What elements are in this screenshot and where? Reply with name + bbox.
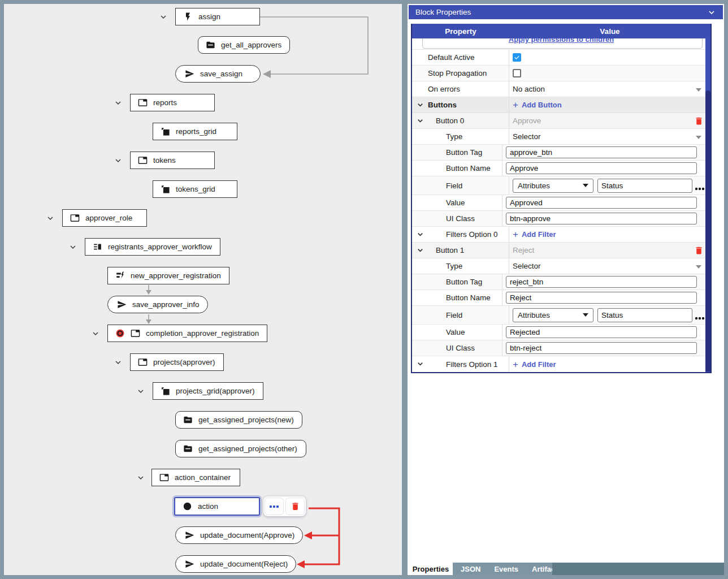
chevron-down-icon[interactable] (136, 387, 145, 396)
node-action-selected[interactable]: action (174, 497, 260, 516)
chevron-down-icon[interactable] (159, 12, 168, 21)
chevron-down-icon[interactable] (114, 156, 123, 165)
plus-icon (513, 100, 522, 110)
chevron-down-icon[interactable] (416, 101, 424, 109)
node-completion-approver-registration[interactable]: completion_approver_registration (107, 325, 267, 342)
button1-field-select[interactable]: Attributes (513, 308, 593, 322)
button1-ui-class-input[interactable] (506, 342, 697, 354)
property-label: Field (446, 311, 462, 319)
more-dots-icon (695, 317, 705, 320)
collapse-panel-icon[interactable] (707, 8, 716, 17)
node-label: tokens_grid (176, 185, 215, 193)
node-save-assign[interactable]: save_assign (175, 65, 261, 83)
add-button-link[interactable]: Add Button (513, 100, 562, 110)
property-label: Filters Option 0 (446, 230, 498, 239)
delete-node-button[interactable] (285, 498, 305, 515)
node-tokens[interactable]: tokens (130, 152, 215, 169)
tab-properties[interactable]: Properties (409, 563, 453, 575)
node-reports[interactable]: reports (130, 94, 215, 111)
chevron-down-icon[interactable] (416, 116, 424, 125)
add-filter-link[interactable]: Add Filter (513, 360, 556, 369)
node-assign[interactable]: assign (175, 8, 260, 25)
table-scrollbar-track (705, 38, 710, 372)
chevron-down-icon[interactable] (114, 358, 123, 367)
button0-tag-input[interactable] (506, 146, 697, 158)
row-button0-tag: Button Tag (412, 145, 710, 161)
node-get-assigned-projects-other[interactable]: get_assigned_projects(other) (175, 440, 306, 457)
button0-type-dropdown[interactable]: Selector (509, 129, 710, 144)
button1-field-input[interactable] (597, 308, 692, 322)
button0-field-input[interactable] (597, 179, 692, 193)
trash-icon (694, 116, 704, 126)
field-more-options-button[interactable] (695, 313, 705, 322)
tab-icon (131, 329, 140, 338)
table-scrollbar-thumb[interactable] (705, 90, 710, 371)
tab-json[interactable]: JSON (461, 565, 480, 573)
button1-type-dropdown[interactable]: Selector (509, 258, 710, 274)
chevron-down-icon[interactable] (114, 98, 123, 107)
chevron-down-icon[interactable] (416, 230, 424, 239)
panel-title-bar[interactable]: Block Properties (409, 5, 723, 19)
grid-icon (161, 386, 170, 396)
property-label: Filters Option 1 (446, 360, 498, 369)
button0-name-input[interactable] (506, 162, 697, 174)
node-projects-grid-approver[interactable]: projects_grid(approver) (153, 382, 263, 400)
tab-events[interactable]: Events (494, 565, 518, 573)
chevron-down-icon[interactable] (416, 246, 424, 254)
default-active-checkbox[interactable] (513, 53, 521, 62)
panel-title: Block Properties (415, 8, 471, 16)
node-update-document-approve[interactable]: update_document(Approve) (175, 526, 303, 544)
stop-propagation-checkbox[interactable] (513, 69, 521, 77)
node-label: get_assigned_projects(new) (198, 416, 294, 424)
button0-field-select[interactable]: Attributes (513, 179, 593, 193)
node-registrants-approver-workflow[interactable]: registrants_approver_workflow (85, 238, 220, 256)
delete-button1-button[interactable] (694, 245, 704, 255)
row-on-errors: On errors No action (412, 81, 710, 97)
chevron-down-icon[interactable] (136, 473, 145, 482)
delete-button0-button[interactable] (694, 116, 704, 126)
more-options-button[interactable] (265, 498, 284, 515)
record-icon (115, 329, 125, 338)
button0-ui-class-input[interactable] (506, 213, 697, 224)
chevron-down-icon[interactable] (68, 243, 77, 252)
button0-value-input[interactable] (506, 197, 697, 209)
property-label: Value (446, 328, 465, 336)
tab-icon (138, 98, 148, 107)
node-get-all-approvers[interactable]: get_all_approvers (198, 36, 290, 54)
node-get-assigned-projects-new[interactable]: get_assigned_projects(new) (175, 411, 302, 429)
chevron-down-icon[interactable] (91, 329, 100, 338)
connector-lines (4, 4, 402, 575)
node-update-document-reject[interactable]: update_document(Reject) (175, 555, 296, 573)
button0-preview: Approve (513, 116, 541, 125)
button1-tag-input[interactable] (506, 276, 697, 288)
tab-bar-filler (552, 563, 724, 575)
row-button1-value: Value (412, 325, 710, 340)
tab-icon (159, 473, 169, 482)
property-label: Value (446, 198, 465, 207)
node-projects-approver[interactable]: projects(approver) (130, 353, 224, 371)
node-approver-role[interactable]: approver_role (62, 209, 147, 227)
on-errors-value: No action (513, 85, 545, 93)
node-label: new_approver_registration (131, 271, 221, 280)
apply-permissions-link[interactable]: Apply permissions to children (412, 38, 710, 44)
node-label: projects(approver) (153, 358, 215, 366)
node-new-approver-registration[interactable]: new_approver_registration (107, 267, 229, 284)
node-action-container[interactable]: action_container (151, 469, 240, 486)
row-button1-tag: Button Tag (412, 274, 710, 290)
dropdown-caret-icon (696, 88, 701, 92)
plus-icon (513, 360, 522, 369)
button0-label: Button 0 (436, 116, 464, 125)
dropdown-caret-icon (696, 136, 701, 139)
send-icon (185, 69, 194, 79)
field-more-options-button[interactable] (695, 184, 705, 192)
button1-value-input[interactable] (506, 326, 697, 338)
chevron-down-icon[interactable] (46, 214, 55, 223)
node-tokens-grid[interactable]: tokens_grid (153, 180, 237, 198)
button1-name-input[interactable] (506, 292, 697, 304)
add-filter-link[interactable]: Add Filter (513, 230, 556, 239)
on-errors-dropdown[interactable]: No action (509, 81, 710, 97)
node-save-approver-info[interactable]: save_approver_info (107, 296, 208, 313)
node-reports-grid[interactable]: reports_grid (153, 123, 237, 140)
node-label: completion_approver_registration (146, 329, 259, 338)
chevron-down-icon[interactable] (416, 360, 424, 368)
